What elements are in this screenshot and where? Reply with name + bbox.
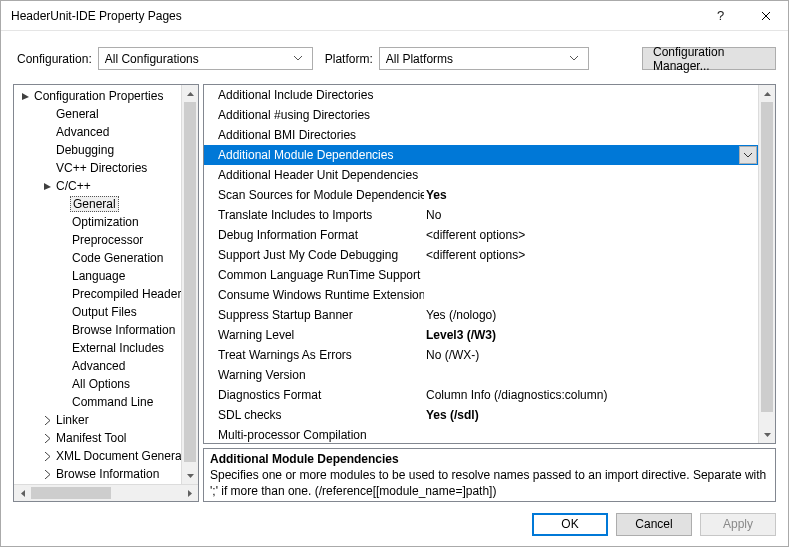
tree-item-label: Precompiled Headers bbox=[70, 287, 189, 301]
property-row[interactable]: Support Just My Code Debugging<different… bbox=[204, 245, 758, 265]
property-row[interactable]: Multi-processor Compilation bbox=[204, 425, 758, 443]
property-name: Additional Include Directories bbox=[204, 88, 424, 102]
property-name: Multi-processor Compilation bbox=[204, 428, 424, 442]
expand-icon[interactable] bbox=[40, 434, 54, 443]
property-value[interactable]: Yes bbox=[424, 188, 758, 202]
tree-item-label: All Options bbox=[70, 377, 132, 391]
tree-item[interactable]: Browse Information bbox=[14, 321, 198, 339]
right-pane: Additional Include DirectoriesAdditional… bbox=[203, 84, 776, 502]
scroll-down-icon[interactable] bbox=[759, 426, 776, 443]
tree-item[interactable]: Manifest Tool bbox=[14, 429, 198, 447]
expand-icon[interactable] bbox=[40, 416, 54, 425]
window-title: HeaderUnit-IDE Property Pages bbox=[11, 9, 698, 23]
property-name: Warning Version bbox=[204, 368, 424, 382]
tree-item[interactable]: Command Line bbox=[14, 393, 198, 411]
ok-button[interactable]: OK bbox=[532, 513, 608, 536]
tree-item[interactable]: C/C++ bbox=[14, 177, 198, 195]
scroll-thumb[interactable] bbox=[184, 102, 196, 462]
tree-item[interactable]: Advanced bbox=[14, 357, 198, 375]
tree-item-label: Configuration Properties bbox=[32, 89, 165, 103]
property-grid-body[interactable]: Additional Include DirectoriesAdditional… bbox=[204, 85, 758, 443]
tree-item[interactable]: Linker bbox=[14, 411, 198, 429]
tree-item[interactable]: Preprocessor bbox=[14, 231, 198, 249]
scroll-left-icon[interactable] bbox=[14, 485, 31, 502]
apply-button[interactable]: Apply bbox=[700, 513, 776, 536]
tree-item[interactable]: Output Files bbox=[14, 303, 198, 321]
tree-vertical-scrollbar[interactable] bbox=[181, 85, 198, 484]
tree-item[interactable]: Debugging bbox=[14, 141, 198, 159]
platform-value: All Platforms bbox=[386, 52, 566, 66]
property-row[interactable]: SDL checksYes (/sdl) bbox=[204, 405, 758, 425]
property-name: Translate Includes to Imports bbox=[204, 208, 424, 222]
scroll-up-icon[interactable] bbox=[182, 85, 199, 102]
tree[interactable]: Configuration PropertiesGeneralAdvancedD… bbox=[14, 85, 198, 484]
property-value[interactable]: Level3 (/W3) bbox=[424, 328, 758, 342]
expand-icon[interactable] bbox=[40, 470, 54, 479]
property-row[interactable]: Translate Includes to ImportsNo bbox=[204, 205, 758, 225]
tree-item-label: VC++ Directories bbox=[54, 161, 149, 175]
property-row[interactable]: Additional #using Directories bbox=[204, 105, 758, 125]
property-row[interactable]: Warning LevelLevel3 (/W3) bbox=[204, 325, 758, 345]
tree-item[interactable]: Language bbox=[14, 267, 198, 285]
expand-icon[interactable] bbox=[40, 182, 54, 191]
property-row[interactable]: Suppress Startup BannerYes (/nologo) bbox=[204, 305, 758, 325]
property-value[interactable]: No (/WX-) bbox=[424, 348, 758, 362]
tree-pane: Configuration PropertiesGeneralAdvancedD… bbox=[13, 84, 199, 502]
tree-item[interactable]: General bbox=[14, 195, 198, 213]
property-row[interactable]: Debug Information Format<different optio… bbox=[204, 225, 758, 245]
property-row[interactable]: Diagnostics FormatColumn Info (/diagnost… bbox=[204, 385, 758, 405]
tree-item[interactable]: Advanced bbox=[14, 123, 198, 141]
tree-item-label: Advanced bbox=[54, 125, 111, 139]
tree-item-label: Language bbox=[70, 269, 127, 283]
tree-item[interactable]: Browse Information bbox=[14, 465, 198, 483]
configuration-select[interactable]: All Configurations bbox=[98, 47, 313, 70]
property-value[interactable]: Yes (/sdl) bbox=[424, 408, 758, 422]
tree-item[interactable]: All Options bbox=[14, 375, 198, 393]
tree-item[interactable]: Optimization bbox=[14, 213, 198, 231]
tree-item[interactable]: External Includes bbox=[14, 339, 198, 357]
property-name: Common Language RunTime Support bbox=[204, 268, 424, 282]
scroll-thumb[interactable] bbox=[761, 102, 773, 412]
tree-item[interactable]: Precompiled Headers bbox=[14, 285, 198, 303]
tree-root[interactable]: Configuration Properties bbox=[14, 87, 198, 105]
tree-item[interactable]: XML Document Generator bbox=[14, 447, 198, 465]
property-row[interactable]: Consume Windows Runtime Extension bbox=[204, 285, 758, 305]
property-value[interactable]: Yes (/nologo) bbox=[424, 308, 758, 322]
property-row[interactable]: Additional Header Unit Dependencies bbox=[204, 165, 758, 185]
tree-item-label: General bbox=[70, 196, 119, 212]
help-button[interactable]: ? bbox=[698, 1, 743, 31]
scroll-down-icon[interactable] bbox=[182, 467, 199, 484]
tree-item[interactable]: General bbox=[14, 105, 198, 123]
expand-icon[interactable] bbox=[40, 452, 54, 461]
chevron-down-icon bbox=[744, 153, 752, 158]
collapse-icon[interactable] bbox=[18, 92, 32, 101]
tree-horizontal-scrollbar[interactable] bbox=[14, 484, 198, 501]
property-row[interactable]: Additional Module Dependencies bbox=[204, 145, 758, 165]
property-row[interactable]: Warning Version bbox=[204, 365, 758, 385]
property-row[interactable]: Common Language RunTime Support bbox=[204, 265, 758, 285]
property-row[interactable]: Additional BMI Directories bbox=[204, 125, 758, 145]
close-button[interactable] bbox=[743, 1, 788, 31]
property-value[interactable]: <different options> bbox=[424, 228, 758, 242]
property-row[interactable]: Treat Warnings As ErrorsNo (/WX-) bbox=[204, 345, 758, 365]
property-row[interactable]: Additional Include Directories bbox=[204, 85, 758, 105]
property-dropdown-button[interactable] bbox=[739, 146, 757, 164]
configuration-manager-button[interactable]: Configuration Manager... bbox=[642, 47, 776, 70]
cancel-button[interactable]: Cancel bbox=[616, 513, 692, 536]
tree-item[interactable]: Code Generation bbox=[14, 249, 198, 267]
property-value[interactable]: No bbox=[424, 208, 758, 222]
tree-item-label: Code Generation bbox=[70, 251, 165, 265]
scroll-up-icon[interactable] bbox=[759, 85, 776, 102]
scroll-thumb[interactable] bbox=[31, 487, 111, 499]
property-value[interactable]: <different options> bbox=[424, 248, 758, 262]
platform-select[interactable]: All Platforms bbox=[379, 47, 589, 70]
scroll-right-icon[interactable] bbox=[181, 485, 198, 502]
tree-item-label: Preprocessor bbox=[70, 233, 145, 247]
property-row[interactable]: Scan Sources for Module DependenciesYes bbox=[204, 185, 758, 205]
property-value[interactable]: Column Info (/diagnostics:column) bbox=[424, 388, 758, 402]
tree-item-label: C/C++ bbox=[54, 179, 93, 193]
grid-vertical-scrollbar[interactable] bbox=[758, 85, 775, 443]
tree-item-label: External Includes bbox=[70, 341, 166, 355]
property-name: Additional BMI Directories bbox=[204, 128, 424, 142]
tree-item[interactable]: VC++ Directories bbox=[14, 159, 198, 177]
